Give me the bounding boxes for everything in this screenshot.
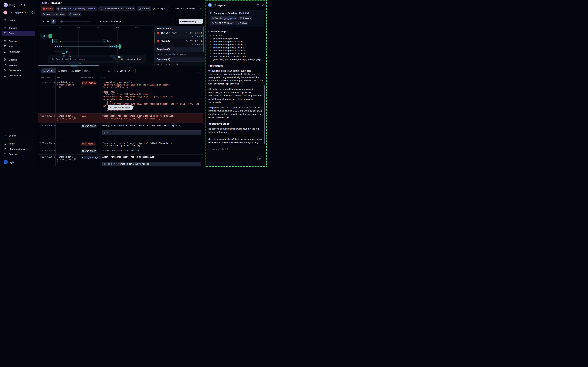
logo-plus: + [24,3,26,7]
pipeline-link[interactable]: run_etl_pipeline [68,8,83,10]
gantt-chart: 10s 20s 30s 40s 50s [38,25,154,66]
gantt-zoom-slider-thumb[interactable] [60,20,63,23]
sidebar-item-support[interactable]: Support [1,152,35,157]
view-tags-config-button[interactable]: View tags and config [169,6,197,11]
gantt-horizontal-scrollbar[interactable] [38,65,99,66]
step-search-box[interactable] [50,57,113,62]
view-asset-link[interactable]: [View Asset] [135,163,149,165]
sidebar-collapse-button[interactable] [29,10,34,15]
tab-stdout[interactable]: stdout [56,68,69,73]
logo-text: dagster [9,3,22,7]
reexecution-order-button[interactable]: ⇅ [172,19,177,24]
alerts-button[interactable]: 0 [141,6,150,11]
compass-chat-input[interactable] [208,145,264,157]
gantt-view-flat-button[interactable] [46,19,51,24]
sidebar-item-lineage[interactable]: Lineage [1,57,35,62]
divider [3,24,34,24]
step-marker[interactable] [43,35,45,37]
flag-icon [4,147,7,150]
divider [3,140,34,140]
sidebar-item-runs[interactable]: Runs [1,31,35,36]
document-icon [210,12,213,15]
preparing-header[interactable]: Preparing (0)▼ [155,47,205,51]
table-row[interactable]: 7:31:03.170 AM - ENGINE_EVENT Multiproce… [38,123,203,141]
executing-header[interactable]: Executing (0)▼ [155,57,205,62]
table-row[interactable]: 7:31:03.318 AM - ENGINE_EVENT Process fo… [38,148,203,154]
terminal-icon [58,70,60,72]
clock-icon [212,22,214,24]
reexecutions-scrollbar[interactable] [204,27,204,52]
gantt-view-waterfall-button[interactable] [41,19,46,24]
run-of-tag[interactable]: Run of run_etl_pipeline @ e2c051db [56,7,97,11]
hide-not-started-checkbox[interactable] [96,20,98,23]
hide-unselected-checkbox[interactable] [116,58,118,60]
sidebar-item-automation[interactable]: Automation [1,49,35,54]
sidebar-item-home[interactable]: Home [1,17,35,22]
sidebar-item-user[interactable]: K Kyle [1,160,35,165]
reexecutions-header[interactable]: Re-executions (1)▼ [155,26,205,31]
sidebar-item-admin[interactable]: Admin [1,141,35,146]
gantt-bar[interactable] [62,50,65,54]
log-sort-button[interactable]: ⇅ [198,68,203,73]
sidebar-item-connections[interactable]: Connections [1,73,35,78]
sidebar: dagster + D data-eng-prod ▾ Home Timelin… [0,0,37,167]
sidebar-item-jobs[interactable]: Jobs [1,44,35,49]
levels-dropdown[interactable]: Levels (5/6) ▾ [114,68,136,73]
gantt-view-timed-button[interactable] [51,19,56,24]
sidebar-item-share-feedback[interactable]: Share feedback [1,146,35,151]
sidebar-item-label: Lineage [9,58,17,61]
gantt-bar-success[interactable] [49,34,52,38]
breadcrumb-runs-link[interactable]: Runs [41,1,47,4]
breadcrumb-run-id: 41a9a0b7 [50,1,62,4]
sidebar-item-deployment[interactable]: Deployment [1,68,35,73]
jobs-icon [4,45,7,48]
retry-marker[interactable] [59,40,61,42]
send-button[interactable] [257,156,262,161]
gantt-bar[interactable] [103,39,106,43]
breadcrumb-separator: / [47,1,50,4]
list-icon [43,70,46,72]
event-type-badge: ENGINE_EVENT [81,150,97,153]
reexecution-run-item[interactable]: ! 41a9a0b7 ROOT Feb 27, 7:30 AM * 0:00:4… [155,31,205,39]
reexecute-all-button[interactable]: Re-execute all (*) ▼ [179,19,203,24]
sidebar-item-search[interactable]: Search [1,133,35,138]
sidebar-item-timeline[interactable]: Timeline [1,25,35,30]
table-row[interactable]: 7:31:02.433 AM enriched_data ↳concat_chu… [38,113,203,123]
compass-scrollbar[interactable] [264,85,265,144]
table-row[interactable]: 7:31:03.266 AM - RUN_FAILURE Execution o… [38,141,203,148]
summary-run-pill[interactable]: Run of run_etl_pipeline [210,16,237,20]
events-table: TIMESTAMP OP EVENT TYPE INFO 7:31:02.405… [38,75,203,167]
log-filter-box[interactable] [81,68,112,73]
commit-link[interactable]: e2c051db [86,8,95,10]
sidebar-item-catalog[interactable]: Catalog [1,39,35,44]
gantt-bar[interactable] [40,34,43,38]
tab-events[interactable]: Events [41,68,56,73]
step-search-input[interactable] [55,58,111,61]
launched-by-tag[interactable]: Launched by run_assets_30min [98,7,135,11]
axis-tick: 50s [134,27,140,29]
reexecution-run-item[interactable]: ! 22484a76 Feb 27, 7:31 AM * 0:00:09 [155,39,205,47]
close-icon[interactable] [261,4,264,7]
view-full-message-button[interactable]: ⇅ View full message [108,105,133,110]
root-causes-paragraph-2: this failure prevented the downstream as… [208,88,264,104]
sidebar-item-insights[interactable]: Insights [1,62,35,67]
root-causes-paragraph-1: the run failed due to an api timeout in … [208,69,264,85]
step-marker[interactable] [66,51,68,53]
gantt-canvas[interactable]: Hide unselected steps [38,30,154,67]
view-job-button[interactable]: View job [151,6,167,11]
gantt-bar[interactable] [55,45,60,48]
stopwatch-icon [192,44,194,46]
table-row[interactable]: 7:31:03.629 AM enriched_data ↳concat_chu… [38,154,203,167]
step-marker[interactable] [107,40,109,42]
more-actions-button[interactable]: ▾ [199,6,203,11]
gantt-bar[interactable] [109,45,117,48]
retry-marker[interactable] [61,46,63,47]
gantt-bar[interactable] [52,39,58,43]
gantt-zoom-slider[interactable] [60,21,91,22]
open-external-icon[interactable] [256,4,260,7]
clear-filter-icon[interactable] [108,69,110,72]
log-filter-input[interactable] [83,69,106,72]
sidebar-item-label: Jobs [9,45,14,48]
step-marker[interactable] [118,46,119,47]
deployment-switcher[interactable]: D data-eng-prod ▾ [3,10,27,15]
